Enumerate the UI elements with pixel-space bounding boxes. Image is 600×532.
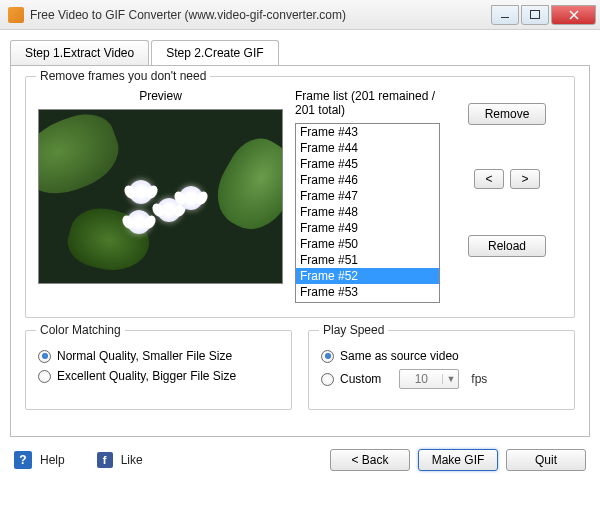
tab-step1[interactable]: Step 1.Extract Video	[10, 40, 149, 65]
color-normal-option[interactable]: Normal Quality, Smaller File Size	[38, 349, 279, 363]
remove-frames-group: Remove frames you don't need Preview Fra…	[25, 76, 575, 318]
frame-list-item[interactable]: Frame #52	[296, 268, 439, 284]
preview-label: Preview	[38, 89, 283, 103]
frame-list-item[interactable]: Frame #49	[296, 220, 439, 236]
close-button[interactable]	[551, 5, 596, 25]
speed-same-option[interactable]: Same as source video	[321, 349, 562, 363]
fps-value: 10	[400, 372, 442, 386]
frame-list-item[interactable]: Frame #51	[296, 252, 439, 268]
title-bar: Free Video to GIF Converter (www.video-g…	[0, 0, 600, 30]
tab-bar: Step 1.Extract Video Step 2.Create GIF	[10, 40, 600, 65]
help-label[interactable]: Help	[40, 453, 65, 467]
like-label[interactable]: Like	[121, 453, 143, 467]
frame-list[interactable]: Frame #43Frame #44Frame #45Frame #46Fram…	[295, 123, 440, 303]
speed-custom-label: Custom	[340, 372, 381, 386]
facebook-icon[interactable]: f	[97, 452, 113, 468]
frame-list-item[interactable]: Frame #48	[296, 204, 439, 220]
speed-custom-option[interactable]: Custom 10 ▼ fps	[321, 369, 562, 389]
radio-icon	[321, 373, 334, 386]
fps-unit-label: fps	[471, 372, 487, 386]
footer-bar: ? Help f Like < Back Make GIF Quit	[0, 443, 600, 481]
color-excellent-option[interactable]: Excellent Quality, Bigger File Size	[38, 369, 279, 383]
color-matching-legend: Color Matching	[36, 323, 125, 337]
play-speed-legend: Play Speed	[319, 323, 388, 337]
make-gif-button[interactable]: Make GIF	[418, 449, 498, 471]
next-frame-button[interactable]: >	[510, 169, 540, 189]
color-normal-label: Normal Quality, Smaller File Size	[57, 349, 232, 363]
minimize-button[interactable]	[491, 5, 519, 25]
remove-frames-legend: Remove frames you don't need	[36, 69, 210, 83]
window-title: Free Video to GIF Converter (www.video-g…	[30, 8, 489, 22]
quit-button[interactable]: Quit	[506, 449, 586, 471]
frame-list-item[interactable]: Frame #45	[296, 156, 439, 172]
frame-list-item[interactable]: Frame #53	[296, 284, 439, 300]
app-icon	[8, 7, 24, 23]
window-controls	[489, 5, 596, 25]
radio-icon	[321, 350, 334, 363]
frame-list-item[interactable]: Frame #44	[296, 140, 439, 156]
reload-button[interactable]: Reload	[468, 235, 546, 257]
radio-icon	[38, 350, 51, 363]
color-excellent-label: Excellent Quality, Bigger File Size	[57, 369, 236, 383]
remove-button[interactable]: Remove	[468, 103, 546, 125]
back-button[interactable]: < Back	[330, 449, 410, 471]
frame-list-item[interactable]: Frame #47	[296, 188, 439, 204]
maximize-button[interactable]	[521, 5, 549, 25]
frame-list-item[interactable]: Frame #54	[296, 300, 439, 303]
help-icon[interactable]: ?	[14, 451, 32, 469]
prev-frame-button[interactable]: <	[474, 169, 504, 189]
radio-icon	[38, 370, 51, 383]
speed-same-label: Same as source video	[340, 349, 459, 363]
chevron-down-icon: ▼	[442, 374, 458, 384]
tab-panel: Remove frames you don't need Preview Fra…	[10, 65, 590, 437]
play-speed-group: Play Speed Same as source video Custom 1…	[308, 330, 575, 410]
preview-image	[38, 109, 283, 284]
tab-step2[interactable]: Step 2.Create GIF	[151, 40, 278, 65]
fps-spinner[interactable]: 10 ▼	[399, 369, 459, 389]
frame-list-label: Frame list (201 remained / 201 total)	[295, 89, 440, 117]
frame-list-item[interactable]: Frame #46	[296, 172, 439, 188]
color-matching-group: Color Matching Normal Quality, Smaller F…	[25, 330, 292, 410]
frame-list-item[interactable]: Frame #50	[296, 236, 439, 252]
frame-list-item[interactable]: Frame #43	[296, 124, 439, 140]
